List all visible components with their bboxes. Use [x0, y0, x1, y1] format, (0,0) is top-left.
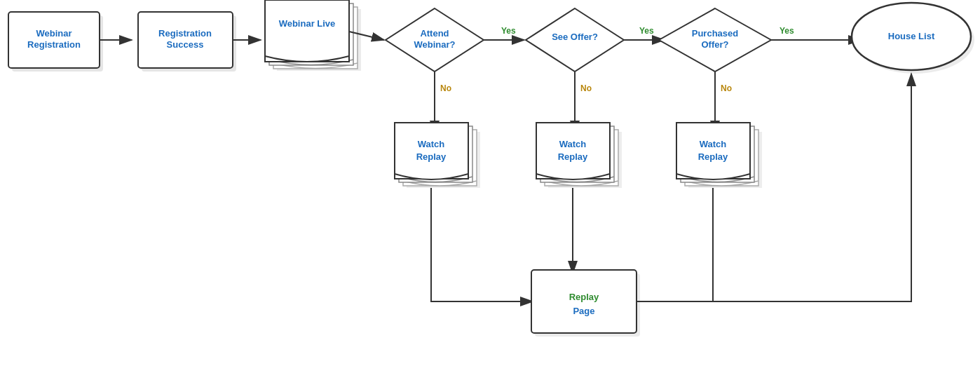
replay-page-label-2: Page — [573, 306, 594, 316]
wr2-label-1: Watch — [559, 139, 587, 149]
wr2-label-2: Replay — [558, 151, 588, 162]
wr2-front — [536, 123, 610, 179]
registration-success-label-2: Success — [167, 39, 204, 50]
wr3-label-2: Replay — [698, 151, 728, 162]
replay-page-label-1: Replay — [569, 292, 599, 302]
yes-label-see-offer: Yes — [639, 26, 654, 36]
wr1-label-2: Replay — [416, 151, 447, 162]
attend-webinar-label-2: Webinar? — [414, 39, 456, 50]
registration-success-label-1: Registration — [158, 28, 212, 39]
wr3-label-1: Watch — [700, 139, 727, 149]
see-offer-label: See Offer? — [552, 32, 598, 42]
wr3-front — [676, 123, 750, 179]
webinar-live-label-1: Webinar Live — [279, 18, 336, 29]
house-list-label: House List — [888, 31, 935, 41]
no-label-see-offer: No — [580, 83, 592, 93]
arrow-replay-to-house — [637, 74, 911, 301]
attend-webinar-label-1: Attend — [420, 28, 449, 39]
webinar-live-front — [265, 0, 349, 62]
yes-label-attend: Yes — [501, 26, 516, 36]
purchased-offer-label-2: Offer? — [702, 39, 729, 50]
yes-label-purchased: Yes — [780, 26, 794, 36]
arrow-wr1-to-replay — [431, 188, 533, 301]
no-label-attend: No — [440, 83, 451, 93]
wr1-label-1: Watch — [418, 139, 445, 149]
webinar-registration-label-1: Webinar — [36, 28, 72, 39]
wr1-front — [395, 123, 468, 179]
purchased-offer-label-1: Purchased — [692, 28, 739, 39]
webinar-registration-label-2: Registration — [27, 39, 81, 50]
no-label-purchased: No — [721, 83, 732, 93]
